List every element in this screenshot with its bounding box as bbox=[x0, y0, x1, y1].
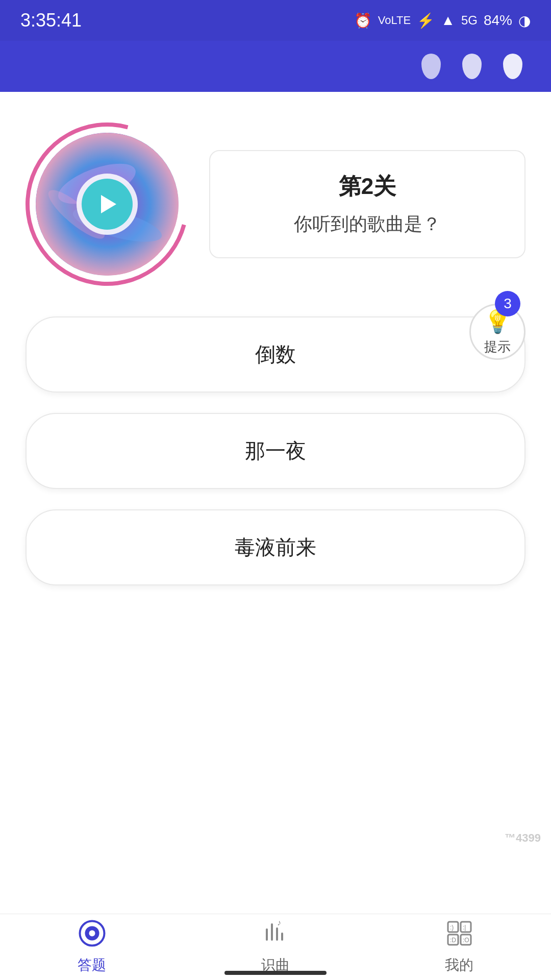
disc-center bbox=[77, 174, 138, 235]
mine-icon: :) :| :D :O bbox=[445, 919, 473, 951]
nav-label-mine: 我的 bbox=[445, 955, 473, 975]
music-identify-icon: ♪ bbox=[262, 919, 290, 951]
disc-image bbox=[36, 133, 179, 276]
svg-text::|: :| bbox=[463, 924, 466, 931]
svg-text:♪: ♪ bbox=[277, 919, 281, 927]
question-level: 第2关 bbox=[236, 172, 499, 202]
nav-item-answer[interactable]: 答题 bbox=[62, 914, 121, 980]
question-text: 你听到的歌曲是？ bbox=[236, 212, 499, 237]
signal-icon: ▲ bbox=[441, 12, 455, 29]
question-box: 第2关 你听到的歌曲是？ bbox=[209, 150, 525, 258]
main-content: 第2关 你听到的歌曲是？ 3 💡 提示 倒数 那一夜 毒液前来 ™4399 bbox=[0, 92, 551, 914]
svg-text::): :) bbox=[450, 924, 454, 931]
bottom-indicator bbox=[224, 971, 327, 975]
bottom-nav: 答题 ♪ 识曲 :) :| :D :O bbox=[0, 914, 551, 980]
play-icon bbox=[101, 195, 116, 213]
answer-icon bbox=[78, 919, 106, 951]
watermark: ™4399 bbox=[505, 831, 541, 845]
battery-icon: 84% bbox=[484, 12, 512, 29]
drop3-icon bbox=[500, 51, 525, 82]
battery-shape-icon: ◑ bbox=[518, 12, 531, 29]
nav-item-identify[interactable]: ♪ 识曲 bbox=[246, 914, 305, 980]
play-button[interactable] bbox=[82, 179, 133, 230]
hint-badge: 3 bbox=[495, 291, 520, 316]
drop1-icon bbox=[418, 51, 444, 82]
bluetooth-icon: ⚡ bbox=[417, 12, 435, 29]
status-bar: 3:35:41 ⏰ VoLTE ⚡ ▲ 5G 84% ◑ bbox=[0, 0, 551, 41]
nav-item-mine[interactable]: :) :| :D :O 我的 bbox=[430, 914, 489, 980]
svg-text::D: :D bbox=[450, 937, 456, 944]
hint-area[interactable]: 3 💡 提示 bbox=[469, 291, 525, 360]
svg-text::O: :O bbox=[463, 937, 469, 944]
question-area: 第2关 你听到的歌曲是？ bbox=[26, 122, 525, 286]
options-area: 倒数 那一夜 毒液前来 bbox=[26, 316, 525, 585]
music-disc bbox=[26, 122, 189, 286]
header-bar bbox=[0, 41, 551, 92]
option-2[interactable]: 那一夜 bbox=[26, 413, 525, 489]
option-1[interactable]: 倒数 bbox=[26, 316, 525, 393]
drop2-icon bbox=[459, 51, 485, 82]
status-icons: ⏰ VoLTE ⚡ ▲ 5G 84% ◑ bbox=[354, 12, 531, 29]
svg-point-6 bbox=[89, 930, 95, 937]
nav-label-answer: 答题 bbox=[78, 955, 106, 975]
hint-label: 提示 bbox=[484, 338, 511, 356]
5g-icon: 5G bbox=[461, 13, 478, 28]
volte-icon: VoLTE bbox=[378, 14, 411, 27]
alarm-icon: ⏰ bbox=[354, 12, 372, 29]
status-time: 3:35:41 bbox=[20, 10, 82, 31]
option-3[interactable]: 毒液前来 bbox=[26, 509, 525, 585]
